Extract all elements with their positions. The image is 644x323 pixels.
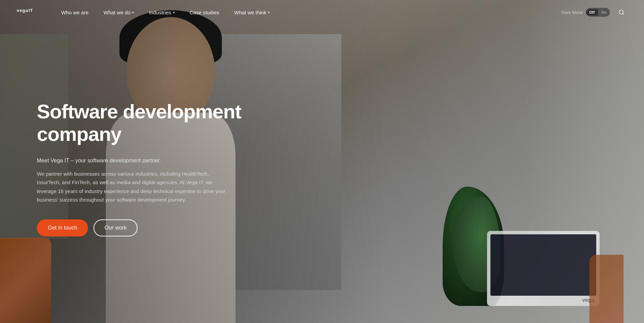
our-work-button[interactable]: Our work	[94, 219, 138, 236]
dark-mode-control: Dark Mode Off On	[561, 8, 610, 17]
dark-mode-label: Dark Mode	[561, 10, 583, 15]
chevron-down-icon: ▾	[173, 11, 175, 14]
logo-wordmark: vega	[17, 8, 28, 13]
hero-chair-right	[589, 255, 624, 323]
logo-text: vegaIT	[16, 7, 33, 18]
hero-section: vega vegaIT Who we are What we do ▾ Indu…	[0, 0, 644, 323]
search-button[interactable]	[615, 6, 628, 18]
get-in-touch-button[interactable]: Get in touch	[37, 219, 88, 236]
nav-item-industries[interactable]: Industries ▾	[141, 0, 182, 25]
hero-chair-left	[0, 238, 51, 323]
hero-laptop: vega	[487, 231, 600, 306]
nav-item-what-we-do[interactable]: What we do ▾	[96, 0, 141, 25]
nav-label-industries: Industries	[149, 10, 171, 15]
nav-label-what-we-do: What we do	[103, 10, 130, 15]
nav-item-who-we-are[interactable]: Who we are	[54, 0, 96, 25]
nav-item-what-we-think[interactable]: What we think ▾	[227, 0, 277, 25]
hero-cta-group: Get in touch Our work	[37, 219, 242, 236]
chevron-down-icon: ▾	[268, 11, 270, 14]
search-icon	[618, 9, 625, 15]
nav-item-case-studies[interactable]: Case studies	[182, 0, 227, 25]
hero-content: Software development company Meet Vega I…	[37, 100, 242, 236]
toggle-on-label: On	[598, 9, 610, 16]
nav-links: Who we are What we do ▾ Industries ▾ Cas…	[54, 0, 561, 25]
hero-description: We partner with businesses across variou…	[37, 170, 228, 204]
nav-label-what-we-think: What we think	[234, 10, 266, 15]
nav-right: Dark Mode Off On	[561, 6, 628, 18]
toggle-off-label: Off	[586, 9, 598, 16]
hero-title: Software development company	[37, 100, 242, 146]
navbar: vegaIT Who we are What we do ▾ Industrie…	[0, 0, 644, 25]
hero-subtitle: Meet Vega IT – your software development…	[37, 157, 242, 165]
nav-label-case-studies: Case studies	[190, 10, 219, 15]
logo[interactable]: vegaIT	[16, 7, 33, 18]
logo-superscript: IT	[29, 8, 33, 13]
monitor-screen	[490, 234, 596, 296]
chevron-down-icon: ▾	[132, 11, 134, 14]
nav-label-who-we-are: Who we are	[61, 10, 88, 15]
svg-line-1	[622, 13, 624, 14]
dark-mode-toggle[interactable]: Off On	[586, 8, 610, 17]
